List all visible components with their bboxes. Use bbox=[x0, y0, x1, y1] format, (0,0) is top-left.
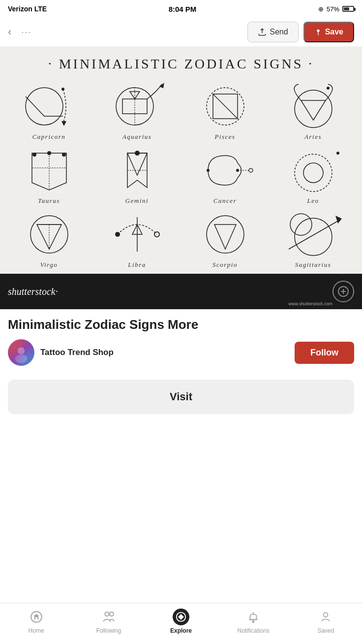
svg-marker-57 bbox=[179, 614, 183, 619]
svg-point-51 bbox=[18, 347, 25, 354]
pin-icon bbox=[314, 28, 322, 36]
following-icon bbox=[100, 609, 117, 625]
visit-button[interactable]: Visit bbox=[8, 380, 354, 414]
svg-marker-4 bbox=[61, 121, 66, 126]
toolbar-left: ‹ ··· bbox=[8, 26, 31, 38]
zodiac-virgo: Virgo bbox=[10, 210, 89, 269]
zodiac-title: · Minimalistic Zodiac Signs · bbox=[5, 56, 357, 72]
bottom-nav: Home Following Explore bbox=[0, 603, 362, 644]
svg-point-13 bbox=[295, 90, 332, 128]
svg-marker-6 bbox=[122, 99, 147, 114]
pin-image: · Minimalistic Zodiac Signs · Capricorn bbox=[0, 46, 362, 274]
zodiac-sagittarius: Sagittarius bbox=[274, 210, 353, 269]
nav-home[interactable]: Home bbox=[0, 609, 72, 634]
send-icon bbox=[258, 28, 267, 36]
pin-title: Minimalistic Zodiac Signs More bbox=[8, 317, 354, 332]
avatar-image bbox=[12, 344, 30, 361]
toolbar: ‹ ··· Send Save bbox=[0, 18, 362, 46]
svg-point-30 bbox=[295, 154, 332, 192]
svg-point-41 bbox=[207, 216, 244, 253]
shutterstock-add-button[interactable] bbox=[332, 281, 354, 302]
svg-point-31 bbox=[303, 163, 323, 183]
author-avatar[interactable] bbox=[8, 339, 34, 366]
svg-point-55 bbox=[110, 612, 114, 616]
lock-icon: ⊕ bbox=[318, 5, 324, 13]
svg-point-60 bbox=[324, 612, 328, 617]
svg-point-32 bbox=[336, 152, 339, 155]
svg-point-27 bbox=[207, 169, 210, 172]
zodiac-aquarius: Aquarius bbox=[98, 82, 177, 141]
svg-marker-42 bbox=[214, 225, 236, 249]
home-icon bbox=[28, 609, 45, 625]
back-button[interactable]: ‹ bbox=[8, 26, 11, 38]
svg-line-12 bbox=[213, 94, 238, 119]
battery-icon bbox=[342, 6, 354, 12]
svg-point-43 bbox=[295, 218, 332, 256]
nav-explore[interactable]: Explore bbox=[145, 609, 217, 634]
svg-point-0 bbox=[317, 30, 319, 32]
svg-point-21 bbox=[47, 151, 51, 155]
svg-marker-14 bbox=[301, 100, 326, 120]
explore-icon bbox=[173, 609, 189, 625]
svg-point-2 bbox=[26, 88, 63, 125]
nav-saved-label: Saved bbox=[317, 627, 334, 634]
svg-point-15 bbox=[327, 87, 330, 90]
shutterstock-bar: shutterstock· www.shutterstock.com bbox=[0, 274, 362, 309]
more-button[interactable]: ··· bbox=[21, 27, 31, 37]
zodiac-row-2: Taurus Gemini bbox=[5, 146, 357, 205]
zodiac-libra: Libra bbox=[98, 210, 177, 269]
battery-text: 57% bbox=[327, 5, 339, 13]
toolbar-right: Send Save bbox=[247, 22, 354, 42]
svg-marker-9 bbox=[159, 83, 164, 88]
pin-author-row: Tattoo Trend Shop Follow bbox=[8, 339, 354, 366]
nav-notifications[interactable]: Notifications bbox=[217, 609, 290, 634]
zodiac-row-3: Virgo Libra bbox=[5, 210, 357, 269]
nav-notifications-label: Notifications bbox=[238, 627, 270, 634]
notifications-icon bbox=[245, 609, 262, 625]
svg-point-38 bbox=[115, 232, 120, 237]
save-button[interactable]: Save bbox=[303, 22, 354, 42]
zodiac-row-1: Capricorn Aquarius bbox=[5, 82, 357, 141]
zodiac-gemini: Gemini bbox=[98, 146, 177, 205]
visit-section: Visit bbox=[0, 374, 362, 422]
svg-point-20 bbox=[62, 153, 66, 157]
svg-point-44 bbox=[290, 214, 312, 235]
author-name: Tattoo Trend Shop bbox=[40, 348, 114, 357]
zodiac-capricorn: Capricorn bbox=[10, 82, 89, 141]
zodiac-taurus: Taurus bbox=[10, 146, 89, 205]
nav-following[interactable]: Following bbox=[72, 609, 145, 634]
nav-following-label: Following bbox=[96, 627, 121, 634]
zodiac-leo: Leo bbox=[274, 146, 353, 205]
follow-button[interactable]: Follow bbox=[295, 342, 354, 364]
status-right: ⊕ 57% bbox=[318, 5, 354, 13]
svg-point-58 bbox=[253, 621, 254, 622]
svg-point-54 bbox=[105, 612, 109, 616]
zodiac-cancer: Cancer bbox=[186, 146, 265, 205]
shutterstock-logo: shutterstock· bbox=[8, 286, 58, 297]
send-button[interactable]: Send bbox=[247, 22, 298, 42]
author-left: Tattoo Trend Shop bbox=[8, 339, 114, 366]
svg-marker-46 bbox=[335, 216, 342, 224]
svg-marker-23 bbox=[127, 153, 147, 175]
svg-point-19 bbox=[32, 153, 36, 157]
pin-info: Minimalistic Zodiac Signs More bbox=[0, 309, 362, 366]
svg-point-3 bbox=[61, 88, 64, 91]
saved-icon bbox=[317, 609, 334, 625]
nav-home-label: Home bbox=[29, 627, 44, 634]
svg-point-25 bbox=[135, 151, 140, 156]
zodiac-pisces: Pisces bbox=[186, 82, 265, 141]
svg-point-29 bbox=[249, 168, 253, 172]
time-text: 8:04 PM bbox=[169, 5, 197, 13]
carrier-text: Verizon LTE bbox=[8, 5, 47, 13]
svg-point-52 bbox=[15, 354, 27, 363]
zodiac-aries: Aries bbox=[274, 82, 353, 141]
zodiac-scorpio: Scorpio bbox=[186, 210, 265, 269]
nav-saved[interactable]: Saved bbox=[290, 609, 362, 634]
shutterstock-watermark: www.shutterstock.com bbox=[288, 301, 332, 306]
status-bar: Verizon LTE 8:04 PM ⊕ 57% bbox=[0, 0, 362, 18]
nav-explore-label: Explore bbox=[170, 627, 192, 634]
